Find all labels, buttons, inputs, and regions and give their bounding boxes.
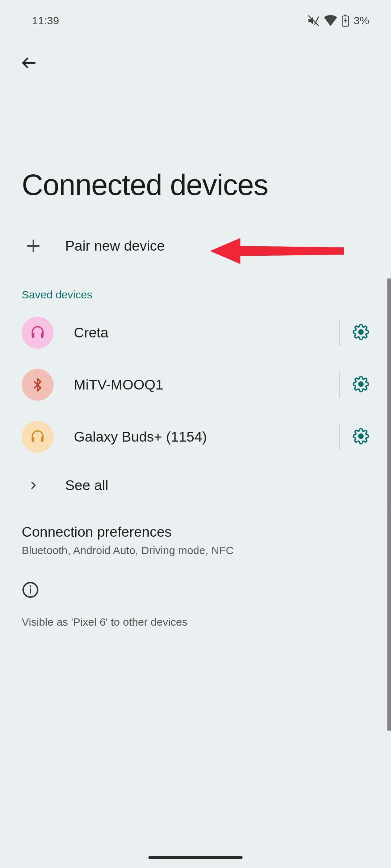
svg-rect-3 xyxy=(344,15,346,16)
device-row[interactable]: Creta xyxy=(0,307,391,359)
status-time: 11:39 xyxy=(32,14,59,27)
separator xyxy=(339,320,340,346)
svg-point-8 xyxy=(359,382,363,386)
saved-devices-header: Saved devices xyxy=(0,268,391,307)
pair-new-device-row[interactable]: Pair new device xyxy=(0,224,391,268)
device-name: Creta xyxy=(74,325,319,341)
connection-preferences-title: Connection preferences xyxy=(22,524,369,540)
info-icon xyxy=(22,581,39,599)
visibility-info xyxy=(0,559,391,609)
device-settings-button[interactable] xyxy=(353,428,369,446)
gear-icon xyxy=(353,376,369,392)
battery-percent: 3% xyxy=(354,14,369,27)
device-settings-button[interactable] xyxy=(353,376,369,394)
svg-point-12 xyxy=(30,586,31,587)
svg-point-7 xyxy=(359,330,363,334)
arrow-left-icon xyxy=(21,55,37,71)
connection-preferences-row[interactable]: Connection preferences Bluetooth, Androi… xyxy=(0,508,391,559)
device-row[interactable]: MiTV-MOOQ1 xyxy=(0,359,391,411)
separator xyxy=(339,424,340,450)
bluetooth-icon xyxy=(22,369,54,401)
separator xyxy=(339,372,340,398)
device-settings-button[interactable] xyxy=(353,324,369,342)
visibility-text: Visible as 'Pixel 6' to other devices xyxy=(0,609,391,628)
chevron-right-icon xyxy=(28,480,39,491)
wifi-icon xyxy=(324,15,337,26)
device-name: Galaxy Buds+ (1154) xyxy=(74,429,319,445)
gear-icon xyxy=(353,428,369,444)
page-title: Connected devices xyxy=(0,74,391,224)
battery-icon xyxy=(341,14,349,27)
scroll-indicator xyxy=(387,278,391,731)
headset-icon xyxy=(22,421,54,453)
plus-icon xyxy=(26,238,41,254)
svg-point-9 xyxy=(359,434,363,438)
back-button[interactable] xyxy=(18,52,40,74)
headset-icon xyxy=(22,317,54,349)
mute-icon xyxy=(307,14,320,27)
status-icons: 3% xyxy=(307,14,369,27)
nav-bar-pill xyxy=(148,856,243,859)
see-all-label: See all xyxy=(65,477,369,493)
see-all-row[interactable]: See all xyxy=(0,463,391,508)
status-bar: 11:39 3% xyxy=(0,0,391,30)
connection-preferences-subtitle: Bluetooth, Android Auto, Driving mode, N… xyxy=(22,544,369,557)
device-row[interactable]: Galaxy Buds+ (1154) xyxy=(0,411,391,463)
pair-new-device-label: Pair new device xyxy=(65,238,369,254)
device-name: MiTV-MOOQ1 xyxy=(74,377,319,393)
gear-icon xyxy=(353,324,369,340)
